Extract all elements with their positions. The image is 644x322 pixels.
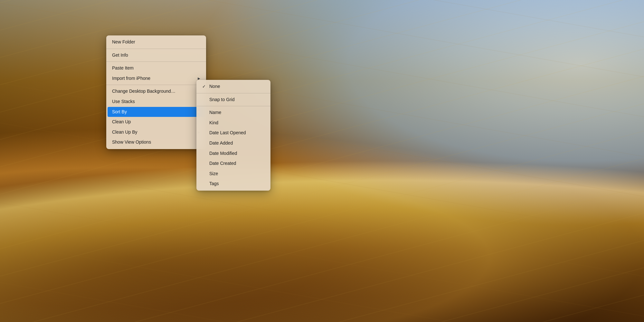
menu-item-sort-by-label: Sort By [112,109,127,115]
submenu-item-tags[interactable]: Tags [196,179,270,189]
submenu-item-date-added-label: Date Added [209,140,233,147]
submenu-item-none[interactable]: ✓ None [196,81,270,92]
submenu-item-name-label: Name [209,109,221,116]
submenu-item-none-label: None [209,83,220,90]
menu-item-import-from-iphone-label: Import from iPhone [112,75,150,82]
menu-item-clean-up-by[interactable]: Clean Up By ▶ [106,127,206,137]
submenu-item-date-last-opened[interactable]: Date Last Opened [196,128,270,138]
submenu-item-date-modified[interactable]: Date Modified [196,148,270,159]
separator-2 [106,62,206,62]
submenu-separator-2 [196,106,270,106]
menu-item-clean-up[interactable]: Clean Up [106,117,206,127]
check-none: ✓ [202,84,209,90]
menu-item-use-stacks[interactable]: Use Stacks [106,97,206,107]
submenu-item-kind-label: Kind [209,120,218,126]
menu-item-clean-up-by-label: Clean Up By [112,129,137,136]
menu-item-change-desktop-bg[interactable]: Change Desktop Background… [106,86,206,97]
submenu-item-date-last-opened-label: Date Last Opened [209,130,246,136]
menu-item-import-from-iphone[interactable]: Import from iPhone ▶ [106,73,206,84]
menu-item-new-folder-label: New Folder [112,39,135,45]
menu-item-sort-by[interactable]: Sort By ▶ [108,107,205,117]
sand-texture-overlay [0,0,644,322]
submenu-item-size-label: Size [209,171,218,177]
menu-item-new-folder[interactable]: New Folder [106,37,206,47]
menu-item-change-desktop-bg-label: Change Desktop Background… [112,88,175,95]
submenu-item-kind[interactable]: Kind [196,118,270,128]
menu-item-clean-up-label: Clean Up [112,119,131,125]
sort-by-submenu: ✓ None Snap to Grid Name Kind Date Last … [196,80,270,191]
menu-item-use-stacks-label: Use Stacks [112,99,135,105]
submenu-item-tags-label: Tags [209,181,219,187]
menu-item-paste-item[interactable]: Paste Item [106,63,206,73]
submenu-item-date-created[interactable]: Date Created [196,158,270,169]
submenu-item-size[interactable]: Size [196,169,270,179]
submenu-item-date-added[interactable]: Date Added [196,138,270,148]
menu-item-get-info-label: Get Info [112,52,128,59]
menu-item-paste-item-label: Paste Item [112,65,134,71]
separator-3 [106,85,206,85]
menu-item-get-info[interactable]: Get Info [106,50,206,61]
context-menu: New Folder Get Info Paste Item Import fr… [106,35,206,149]
submenu-item-date-modified-label: Date Modified [209,150,237,157]
separator-1 [106,49,206,49]
submenu-item-snap-to-grid[interactable]: Snap to Grid [196,95,270,105]
submenu-item-date-created-label: Date Created [209,160,236,167]
submenu-item-snap-to-grid-label: Snap to Grid [209,97,235,103]
menu-item-show-view-options-label: Show View Options [112,139,151,146]
submenu-item-name[interactable]: Name [196,108,270,118]
submenu-separator-1 [196,93,270,93]
menu-item-show-view-options[interactable]: Show View Options [106,137,206,147]
